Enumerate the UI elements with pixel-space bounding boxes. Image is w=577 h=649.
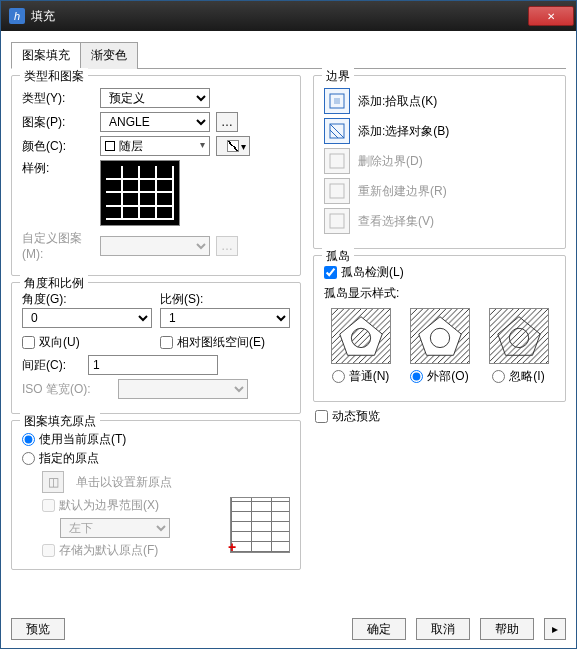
svg-rect-1: [334, 98, 340, 104]
pattern-select[interactable]: ANGLE: [100, 112, 210, 132]
bottom-bar: 预览 确定 取消 帮助 ▸: [11, 618, 566, 640]
pick-point-icon[interactable]: [324, 88, 350, 114]
select-object-icon[interactable]: [324, 118, 350, 144]
origin-current-label: 使用当前原点(T): [39, 431, 126, 448]
svg-point-11: [351, 328, 370, 347]
island-ignore-pic[interactable]: [489, 308, 549, 364]
recreate-boundary-label: 重新创建边界(R): [358, 183, 447, 200]
group-legend: 孤岛: [322, 248, 354, 265]
svg-rect-7: [330, 214, 344, 228]
group-boundary: 边界 添加:拾取点(K) 添加:选择对象(B) 删除边界(D): [313, 75, 566, 249]
custom-pattern-label: 自定义图案(M):: [22, 230, 94, 261]
layer-color-select[interactable]: ▾: [216, 136, 250, 156]
tab-gradient[interactable]: 渐变色: [80, 42, 138, 69]
origin-pos-select: 左下: [60, 518, 170, 538]
pattern-browse-button[interactable]: …: [216, 112, 238, 132]
dialog-window: h 填充 ✕ 图案填充 渐变色 类型和图案 类型(Y): 预定义 图案(P):: [0, 0, 577, 649]
swatch-icon: [105, 141, 115, 151]
color-label: 颜色(C):: [22, 138, 94, 155]
store-default-checkbox: [42, 544, 55, 557]
svg-rect-5: [330, 154, 344, 168]
client-area: 图案填充 渐变色 类型和图案 类型(Y): 预定义 图案(P): ANGLE …: [1, 31, 576, 648]
color-select[interactable]: 随层: [100, 136, 210, 156]
titlebar: h 填充 ✕: [1, 1, 576, 31]
island-ignore-label: 忽略(I): [509, 368, 544, 385]
group-legend: 类型和图案: [20, 68, 88, 85]
default-extent-checkbox: [42, 499, 55, 512]
svg-rect-6: [330, 184, 344, 198]
store-default-label: 存储为默认原点(F): [59, 542, 158, 559]
island-outer-label: 外部(O): [427, 368, 468, 385]
tab-strip: 图案填充 渐变色: [11, 41, 566, 69]
angle-select[interactable]: 0: [22, 308, 152, 328]
bidir-checkbox[interactable]: [22, 336, 35, 349]
recreate-boundary-icon: [324, 178, 350, 204]
group-origin: 图案填充原点 使用当前原点(T) 指定的原点 ◫ 单击以设置新原点: [11, 420, 301, 570]
group-legend: 边界: [322, 68, 354, 85]
dynamic-preview-checkbox[interactable]: [315, 410, 328, 423]
angle-label: 角度(G):: [22, 291, 152, 308]
svg-point-14: [430, 328, 449, 347]
preview-button[interactable]: 预览: [11, 618, 65, 640]
island-outer-pic[interactable]: [410, 308, 470, 364]
origin-specified-label: 指定的原点: [39, 450, 99, 467]
tab-pattern-fill[interactable]: 图案填充: [11, 42, 81, 69]
spacing-label: 间距(C):: [22, 357, 82, 374]
pattern-label: 图案(P):: [22, 114, 94, 131]
view-selection-label: 查看选择集(V): [358, 213, 434, 230]
remove-boundary-label: 删除边界(D): [358, 153, 423, 170]
island-detect-label: 孤岛检测(L): [341, 264, 404, 281]
dynamic-preview-label: 动态预览: [332, 408, 380, 425]
group-type-pattern: 类型和图案 类型(Y): 预定义 图案(P): ANGLE … 颜色(C):: [11, 75, 301, 276]
type-select[interactable]: 预定义: [100, 88, 210, 108]
origin-current-radio[interactable]: [22, 433, 35, 446]
group-legend: 图案填充原点: [20, 413, 100, 430]
origin-cross-icon: +: [228, 539, 236, 555]
bidir-label: 双向(U): [39, 334, 80, 351]
set-origin-icon: ◫: [42, 471, 64, 493]
island-outer-radio[interactable]: [410, 370, 423, 383]
pick-point-label[interactable]: 添加:拾取点(K): [358, 93, 437, 110]
island-normal-radio[interactable]: [332, 370, 345, 383]
iso-label: ISO 笔宽(O):: [22, 381, 112, 398]
app-icon: h: [9, 8, 25, 24]
color-value: 随层: [119, 138, 143, 155]
window-title: 填充: [31, 8, 528, 25]
select-object-label[interactable]: 添加:选择对象(B): [358, 123, 449, 140]
island-normal-pic[interactable]: [331, 308, 391, 364]
scale-select[interactable]: 1: [160, 308, 290, 328]
origin-preview: +: [230, 497, 290, 553]
expand-button[interactable]: ▸: [544, 618, 566, 640]
island-ignore-radio[interactable]: [492, 370, 505, 383]
help-button[interactable]: 帮助: [480, 618, 534, 640]
remove-boundary-icon: [324, 148, 350, 174]
cancel-button[interactable]: 取消: [416, 618, 470, 640]
paperspace-label: 相对图纸空间(E): [177, 334, 265, 351]
scale-label: 比例(S):: [160, 291, 290, 308]
set-origin-label: 单击以设置新原点: [76, 474, 172, 491]
close-button[interactable]: ✕: [528, 6, 574, 26]
origin-specified-radio[interactable]: [22, 452, 35, 465]
group-islands: 孤岛 孤岛检测(L) 孤岛显示样式: 普通(N): [313, 255, 566, 402]
group-angle-scale: 角度和比例 角度(G): 0 比例(S): 1 双向(U) 相对图纸空: [11, 282, 301, 414]
type-label: 类型(Y):: [22, 90, 94, 107]
pattern-preview[interactable]: [100, 160, 180, 226]
sample-label: 样例:: [22, 160, 94, 177]
custom-pattern-select: [100, 236, 210, 256]
island-normal-label: 普通(N): [349, 368, 390, 385]
spacing-input[interactable]: [88, 355, 218, 375]
ok-button[interactable]: 确定: [352, 618, 406, 640]
island-style-label: 孤岛显示样式:: [324, 285, 555, 302]
view-selection-icon: [324, 208, 350, 234]
svg-line-3: [330, 124, 344, 138]
custom-pattern-browse: …: [216, 236, 238, 256]
island-detect-checkbox[interactable]: [324, 266, 337, 279]
paperspace-checkbox[interactable]: [160, 336, 173, 349]
default-extent-label: 默认为边界范围(X): [59, 497, 159, 514]
group-legend: 角度和比例: [20, 275, 88, 292]
iso-select: [118, 379, 248, 399]
